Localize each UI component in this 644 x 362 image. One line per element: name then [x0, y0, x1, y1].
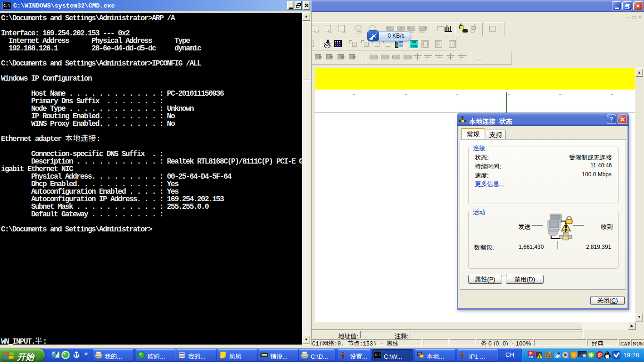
svg-text:cn: cn — [528, 355, 533, 359]
svg-text:C:\: C:\ — [375, 353, 381, 357]
